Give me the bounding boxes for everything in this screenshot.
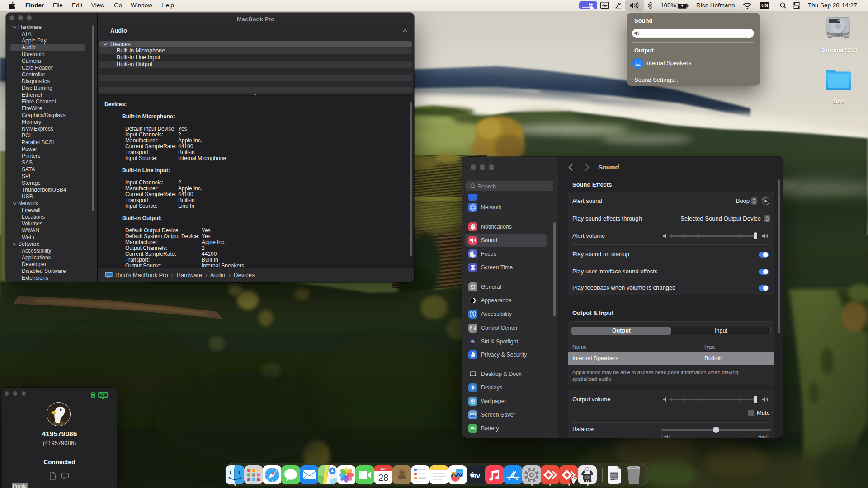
svg-text:tv: tv [474,472,480,479]
svg-text:SEP: SEP [380,467,387,470]
svg-text:28: 28 [378,473,388,483]
